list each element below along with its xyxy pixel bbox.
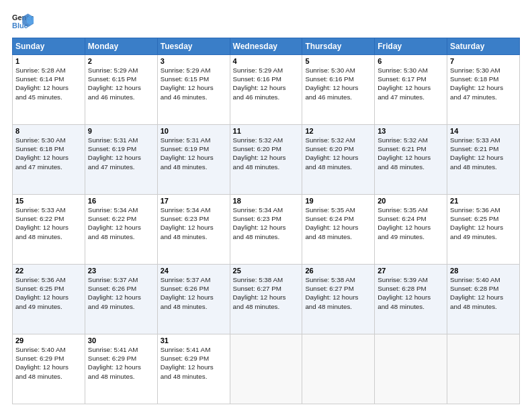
- day-info: Sunrise: 5:38 AMSunset: 6:27 PMDaylight:…: [233, 275, 300, 311]
- day-cell-17: 17Sunrise: 5:34 AMSunset: 6:23 PMDayligh…: [157, 195, 230, 265]
- day-number: 12: [305, 127, 371, 135]
- day-info: Sunrise: 5:39 AMSunset: 6:28 PMDaylight:…: [378, 275, 444, 311]
- day-info: Sunrise: 5:30 AMSunset: 6:17 PMDaylight:…: [378, 66, 444, 101]
- day-number: 28: [450, 267, 517, 275]
- day-info: Sunrise: 5:34 AMSunset: 6:23 PMDaylight:…: [233, 205, 300, 241]
- day-number: 11: [233, 127, 300, 135]
- day-cell-22: 22Sunrise: 5:36 AMSunset: 6:25 PMDayligh…: [13, 265, 85, 334]
- day-number: 8: [15, 127, 82, 135]
- week-row-1: 1Sunrise: 5:28 AMSunset: 6:14 PMDaylight…: [13, 55, 520, 125]
- day-number: 16: [88, 197, 154, 205]
- day-cell-6: 6Sunrise: 5:30 AMSunset: 6:17 PMDaylight…: [375, 55, 447, 125]
- day-cell-7: 7Sunrise: 5:30 AMSunset: 6:18 PMDaylight…: [447, 55, 520, 125]
- day-cell-11: 11Sunrise: 5:32 AMSunset: 6:20 PMDayligh…: [230, 125, 302, 195]
- day-info: Sunrise: 5:37 AMSunset: 6:26 PMDaylight:…: [88, 275, 154, 311]
- day-number: 22: [15, 267, 82, 275]
- empty-cell: [375, 334, 447, 404]
- day-number: 10: [161, 127, 227, 135]
- day-info: Sunrise: 5:41 AMSunset: 6:29 PMDaylight:…: [88, 345, 154, 381]
- day-number: 26: [305, 267, 371, 275]
- day-number: 24: [161, 267, 227, 275]
- col-header-friday: Friday: [375, 38, 447, 55]
- day-info: Sunrise: 5:35 AMSunset: 6:24 PMDaylight:…: [305, 205, 371, 241]
- day-cell-24: 24Sunrise: 5:37 AMSunset: 6:26 PMDayligh…: [157, 265, 230, 334]
- day-cell-31: 31Sunrise: 5:41 AMSunset: 6:29 PMDayligh…: [157, 334, 230, 404]
- day-number: 15: [15, 197, 82, 205]
- day-info: Sunrise: 5:31 AMSunset: 6:19 PMDaylight:…: [161, 136, 227, 171]
- day-cell-3: 3Sunrise: 5:29 AMSunset: 6:15 PMDaylight…: [157, 55, 230, 125]
- day-info: Sunrise: 5:31 AMSunset: 6:19 PMDaylight:…: [88, 136, 154, 171]
- page: General Blue SundayMondayTuesdayWednesda…: [0, 0, 532, 411]
- day-number: 19: [305, 197, 371, 205]
- col-header-monday: Monday: [85, 38, 157, 55]
- day-cell-4: 4Sunrise: 5:29 AMSunset: 6:16 PMDaylight…: [230, 55, 302, 125]
- day-number: 6: [378, 57, 444, 65]
- calendar-header-row: SundayMondayTuesdayWednesdayThursdayFrid…: [13, 38, 520, 55]
- empty-cell: [302, 334, 375, 404]
- day-number: 21: [450, 197, 517, 205]
- col-header-saturday: Saturday: [447, 38, 520, 55]
- day-number: 9: [88, 127, 154, 135]
- day-cell-28: 28Sunrise: 5:40 AMSunset: 6:28 PMDayligh…: [447, 265, 520, 334]
- day-info: Sunrise: 5:41 AMSunset: 6:29 PMDaylight:…: [161, 345, 227, 381]
- day-info: Sunrise: 5:30 AMSunset: 6:18 PMDaylight:…: [450, 66, 517, 101]
- day-info: Sunrise: 5:32 AMSunset: 6:20 PMDaylight:…: [305, 136, 371, 171]
- day-cell-25: 25Sunrise: 5:38 AMSunset: 6:27 PMDayligh…: [230, 265, 302, 334]
- day-number: 17: [161, 197, 227, 205]
- day-info: Sunrise: 5:38 AMSunset: 6:27 PMDaylight:…: [305, 275, 371, 311]
- day-cell-13: 13Sunrise: 5:32 AMSunset: 6:21 PMDayligh…: [375, 125, 447, 195]
- day-cell-1: 1Sunrise: 5:28 AMSunset: 6:14 PMDaylight…: [13, 55, 85, 125]
- col-header-wednesday: Wednesday: [230, 38, 302, 55]
- day-cell-23: 23Sunrise: 5:37 AMSunset: 6:26 PMDayligh…: [85, 265, 157, 334]
- day-number: 14: [450, 127, 517, 135]
- logo: General Blue: [12, 12, 36, 31]
- col-header-thursday: Thursday: [302, 38, 375, 55]
- day-info: Sunrise: 5:34 AMSunset: 6:23 PMDaylight:…: [161, 205, 227, 241]
- week-row-4: 22Sunrise: 5:36 AMSunset: 6:25 PMDayligh…: [13, 265, 520, 334]
- day-number: 1: [15, 57, 82, 65]
- day-number: 23: [88, 267, 154, 275]
- day-cell-15: 15Sunrise: 5:33 AMSunset: 6:22 PMDayligh…: [13, 195, 85, 265]
- day-cell-14: 14Sunrise: 5:33 AMSunset: 6:21 PMDayligh…: [447, 125, 520, 195]
- day-info: Sunrise: 5:36 AMSunset: 6:25 PMDaylight:…: [450, 205, 517, 241]
- day-number: 29: [15, 336, 82, 345]
- day-info: Sunrise: 5:40 AMSunset: 6:28 PMDaylight:…: [450, 275, 517, 311]
- day-number: 7: [450, 57, 517, 65]
- col-header-sunday: Sunday: [13, 38, 85, 55]
- day-cell-19: 19Sunrise: 5:35 AMSunset: 6:24 PMDayligh…: [302, 195, 375, 265]
- day-info: Sunrise: 5:35 AMSunset: 6:24 PMDaylight:…: [378, 205, 444, 241]
- col-header-tuesday: Tuesday: [157, 38, 230, 55]
- week-row-2: 8Sunrise: 5:30 AMSunset: 6:18 PMDaylight…: [13, 125, 520, 195]
- day-cell-18: 18Sunrise: 5:34 AMSunset: 6:23 PMDayligh…: [230, 195, 302, 265]
- day-cell-10: 10Sunrise: 5:31 AMSunset: 6:19 PMDayligh…: [157, 125, 230, 195]
- day-cell-30: 30Sunrise: 5:41 AMSunset: 6:29 PMDayligh…: [85, 334, 157, 404]
- day-info: Sunrise: 5:32 AMSunset: 6:20 PMDaylight:…: [233, 136, 300, 171]
- week-row-5: 29Sunrise: 5:40 AMSunset: 6:29 PMDayligh…: [13, 334, 520, 404]
- day-info: Sunrise: 5:34 AMSunset: 6:22 PMDaylight:…: [88, 205, 154, 241]
- logo-icon: General Blue: [12, 12, 34, 31]
- header: General Blue: [12, 12, 520, 31]
- week-row-3: 15Sunrise: 5:33 AMSunset: 6:22 PMDayligh…: [13, 195, 520, 265]
- day-info: Sunrise: 5:30 AMSunset: 6:18 PMDaylight:…: [15, 136, 82, 171]
- day-number: 18: [233, 197, 300, 205]
- empty-cell: [230, 334, 302, 404]
- empty-cell: [447, 334, 520, 404]
- day-info: Sunrise: 5:29 AMSunset: 6:15 PMDaylight:…: [88, 66, 154, 101]
- day-info: Sunrise: 5:29 AMSunset: 6:15 PMDaylight:…: [161, 66, 227, 101]
- day-number: 20: [378, 197, 444, 205]
- day-number: 27: [378, 267, 444, 275]
- day-cell-21: 21Sunrise: 5:36 AMSunset: 6:25 PMDayligh…: [447, 195, 520, 265]
- day-number: 3: [161, 57, 227, 65]
- day-cell-29: 29Sunrise: 5:40 AMSunset: 6:29 PMDayligh…: [13, 334, 85, 404]
- day-number: 4: [233, 57, 300, 65]
- day-cell-9: 9Sunrise: 5:31 AMSunset: 6:19 PMDaylight…: [85, 125, 157, 195]
- day-number: 13: [378, 127, 444, 135]
- day-cell-16: 16Sunrise: 5:34 AMSunset: 6:22 PMDayligh…: [85, 195, 157, 265]
- day-info: Sunrise: 5:28 AMSunset: 6:14 PMDaylight:…: [15, 66, 82, 101]
- day-info: Sunrise: 5:32 AMSunset: 6:21 PMDaylight:…: [378, 136, 444, 171]
- day-cell-27: 27Sunrise: 5:39 AMSunset: 6:28 PMDayligh…: [375, 265, 447, 334]
- day-info: Sunrise: 5:29 AMSunset: 6:16 PMDaylight:…: [233, 66, 300, 101]
- day-info: Sunrise: 5:36 AMSunset: 6:25 PMDaylight:…: [15, 275, 82, 311]
- day-info: Sunrise: 5:33 AMSunset: 6:22 PMDaylight:…: [15, 205, 82, 241]
- day-cell-12: 12Sunrise: 5:32 AMSunset: 6:20 PMDayligh…: [302, 125, 375, 195]
